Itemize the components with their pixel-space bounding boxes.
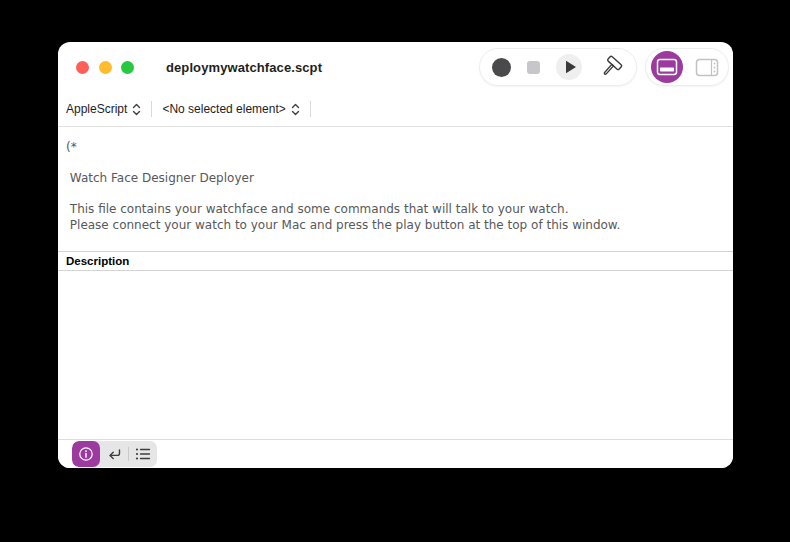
- window-title: deploymywatchface.scpt: [166, 60, 322, 75]
- script-editor[interactable]: (* Watch Face Designer Deployer This fil…: [58, 127, 733, 251]
- play-icon: [556, 54, 582, 80]
- accessory-bar: [58, 439, 733, 468]
- language-popup[interactable]: AppleScript: [66, 102, 141, 116]
- script-editor-window: deploymywatchface.scpt: [58, 42, 733, 468]
- toolbar: [479, 48, 729, 86]
- view-toggle-group: [645, 48, 729, 86]
- record-icon: [492, 58, 511, 77]
- stop-button[interactable]: [527, 61, 540, 74]
- element-popup-label: <No selected element>: [162, 102, 285, 116]
- title-bar: deploymywatchface.scpt: [58, 42, 733, 92]
- script-text: (* Watch Face Designer Deployer This fil…: [66, 140, 725, 233]
- bundle-contents-toggle[interactable]: [691, 51, 723, 83]
- element-popup[interactable]: <No selected element>: [162, 102, 299, 116]
- accessory-tab-control: [72, 441, 157, 467]
- run-button[interactable]: [556, 54, 582, 80]
- log-tab[interactable]: [129, 441, 157, 467]
- accessory-panel-icon: [656, 58, 678, 76]
- return-icon: [105, 445, 123, 463]
- zoom-button[interactable]: [121, 61, 134, 74]
- result-tab[interactable]: [100, 441, 128, 467]
- navbar-divider: [151, 101, 152, 117]
- record-button[interactable]: [492, 58, 511, 77]
- stop-icon: [527, 61, 540, 74]
- minimize-button[interactable]: [99, 61, 112, 74]
- window-controls: [76, 61, 134, 74]
- chevron-updown-icon: [291, 103, 300, 116]
- description-panel[interactable]: [58, 271, 733, 439]
- navbar-divider: [310, 101, 311, 117]
- accessory-view-toggle[interactable]: [651, 51, 683, 83]
- navigation-bar: AppleScript <No selected element>: [58, 92, 733, 127]
- list-icon: [134, 446, 152, 462]
- bundle-contents-icon: [695, 58, 719, 77]
- description-header-label: Description: [66, 255, 129, 267]
- close-button[interactable]: [76, 61, 89, 74]
- info-icon: [78, 446, 94, 462]
- compile-button[interactable]: [598, 54, 624, 80]
- description-header: Description: [58, 251, 733, 271]
- playback-toolbar: [479, 48, 637, 86]
- hammer-icon: [598, 54, 624, 80]
- language-popup-label: AppleScript: [66, 102, 127, 116]
- description-tab[interactable]: [72, 441, 100, 467]
- chevron-updown-icon: [132, 103, 141, 116]
